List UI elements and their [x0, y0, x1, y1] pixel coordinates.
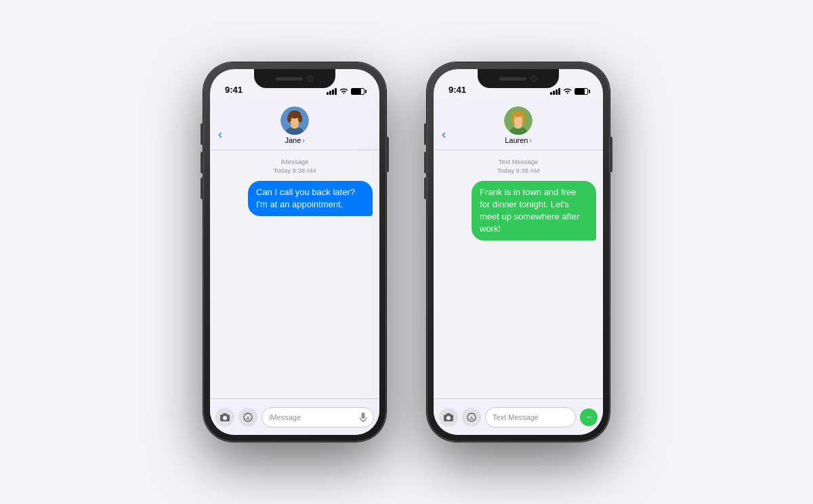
signal-bars-right — [550, 88, 560, 95]
svg-text:A: A — [470, 415, 474, 421]
contact-avatar-lauren[interactable] — [504, 106, 533, 135]
battery-fill-right — [575, 89, 585, 94]
signal-bar-r1 — [550, 92, 552, 95]
battery-icon-right — [575, 88, 588, 95]
status-icons-left — [327, 88, 364, 95]
contact-name-jane[interactable]: Jane › — [285, 136, 304, 144]
speaker-left — [276, 77, 303, 81]
messages-area-right: Text Message Today 9:38 AM Frank is in t… — [434, 150, 603, 398]
contact-avatar-jane[interactable] — [280, 106, 309, 135]
input-bar-right: A Text Message ↑ — [434, 398, 603, 435]
phone-screen-left: 9:41 ‹ — [210, 69, 379, 435]
signal-bar-3 — [332, 89, 334, 95]
svg-rect-12 — [362, 413, 365, 419]
signal-bar-4 — [335, 88, 337, 95]
svg-point-25 — [446, 416, 451, 420]
signal-bar-r2 — [553, 91, 555, 95]
wifi-icon-left — [339, 88, 348, 95]
message-row-left-0: Can I call you back later? I'm at an app… — [217, 181, 373, 216]
message-input-right[interactable]: Text Message — [485, 407, 576, 427]
wifi-icon-right — [563, 88, 572, 95]
svg-point-5 — [287, 114, 291, 123]
send-button-right[interactable]: ↑ — [580, 408, 598, 426]
phone-screen-right: 9:41 ‹ — [434, 69, 603, 435]
battery-icon-left — [351, 88, 364, 95]
appstore-button-left[interactable]: A — [238, 408, 257, 427]
signal-bars-left — [327, 88, 337, 95]
status-icons-right — [550, 88, 588, 95]
contact-name-lauren[interactable]: Lauren › — [505, 136, 532, 144]
notch-left — [254, 69, 335, 88]
message-date-left: iMessage Today 9:38 AM — [217, 157, 373, 175]
svg-point-22 — [512, 119, 514, 124]
svg-rect-26 — [446, 413, 451, 415]
svg-text:A: A — [246, 415, 250, 421]
appstore-button-right[interactable]: A — [462, 408, 481, 427]
message-input-left[interactable]: iMessage — [262, 407, 374, 427]
message-row-right-0: Frank is in town and free for dinner ton… — [440, 181, 596, 241]
phone-right: 9:41 ‹ — [427, 62, 610, 442]
input-bar-left: A iMessage — [210, 398, 379, 435]
nav-header-left: ‹ Jane › — [210, 99, 379, 150]
svg-point-8 — [223, 416, 227, 420]
signal-bar-2 — [329, 91, 331, 95]
svg-rect-9 — [223, 413, 227, 415]
mic-icon-left — [360, 413, 367, 422]
contact-chevron-right: › — [529, 137, 531, 144]
camera-sensor-left — [307, 75, 314, 82]
message-bubble-left-0: Can I call you back later? I'm at an app… — [248, 181, 373, 216]
message-bubble-right-0: Frank is in town and free for dinner ton… — [472, 181, 596, 241]
input-placeholder-left: iMessage — [269, 413, 301, 421]
signal-bar-1 — [327, 92, 329, 95]
notch-right — [478, 69, 559, 88]
contact-chevron-left: › — [302, 137, 304, 144]
messages-area-left: iMessage Today 9:38 AM Can I call you ba… — [210, 150, 379, 398]
signal-bar-r3 — [556, 89, 558, 95]
message-date-right: Text Message Today 9:38 AM — [440, 157, 596, 175]
signal-bar-r4 — [558, 88, 560, 95]
nav-header-right: ‹ — [434, 99, 603, 150]
phone-left: 9:41 ‹ — [203, 62, 386, 442]
back-button-left[interactable]: ‹ — [218, 127, 222, 142]
camera-button-left[interactable] — [215, 408, 234, 427]
svg-point-6 — [298, 114, 302, 123]
status-time-left: 9:41 — [225, 85, 243, 95]
back-button-right[interactable]: ‹ — [442, 127, 446, 142]
send-arrow-icon: ↑ — [585, 415, 593, 419]
input-placeholder-right: Text Message — [493, 413, 539, 421]
battery-fill-left — [352, 89, 361, 94]
svg-point-23 — [522, 119, 525, 124]
speaker-right — [499, 77, 526, 81]
camera-button-right[interactable] — [439, 408, 458, 427]
camera-sensor-right — [530, 75, 537, 82]
status-time-right: 9:41 — [449, 85, 466, 95]
